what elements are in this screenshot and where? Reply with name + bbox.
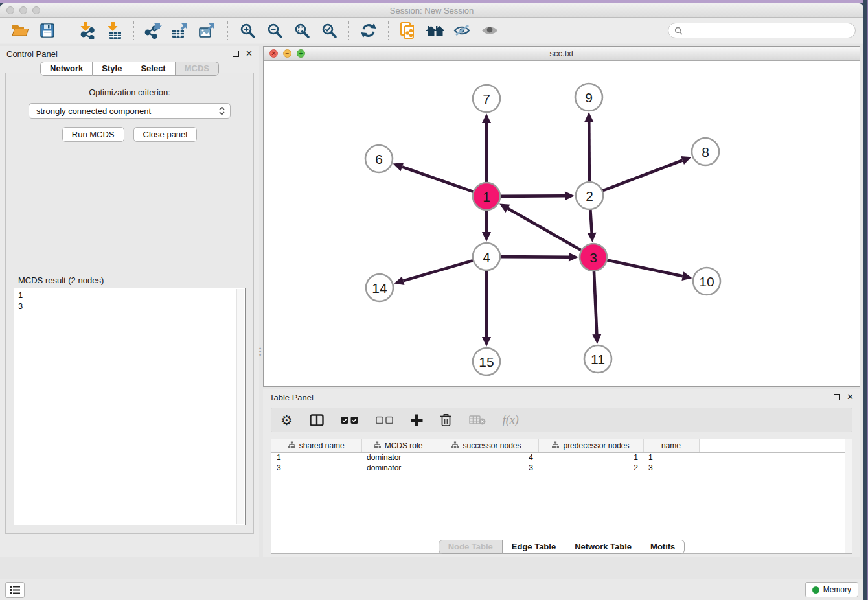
control-panel-float-icon[interactable] [233, 51, 239, 57]
close-window-icon[interactable] [6, 6, 14, 14]
deselect-all-columns-icon[interactable] [376, 416, 394, 424]
graph-edge-2-3[interactable] [590, 209, 591, 233]
criterion-dropdown[interactable]: strongly connected component [29, 103, 231, 119]
tab-motifs[interactable]: Motifs [641, 540, 685, 554]
network-close-icon[interactable]: ✕ [269, 49, 278, 58]
table-cell[interactable]: 3 [643, 463, 699, 473]
graph-edge-3-10[interactable] [607, 260, 683, 276]
table-row[interactable]: 3dominator323 [271, 463, 852, 473]
graph-node-7[interactable]: 7 [473, 85, 500, 112]
tab-edge-table[interactable]: Edge Table [503, 540, 565, 554]
graph-edge-3-1[interactable] [508, 209, 582, 251]
graph-node-15[interactable]: 15 [473, 348, 500, 375]
network-minimize-icon[interactable]: − [283, 49, 291, 58]
export-image-icon[interactable] [194, 20, 222, 41]
import-table-icon[interactable] [100, 20, 128, 41]
hide-selected-icon[interactable] [449, 20, 476, 41]
table-cell[interactable]: dominator [361, 463, 435, 473]
optimization-criterion-label: Optimization criterion: [6, 87, 253, 97]
first-neighbors-icon[interactable] [422, 20, 449, 41]
split-columns-icon[interactable] [310, 414, 324, 426]
graph-edge-4-3[interactable] [500, 257, 569, 257]
graph-edge-4-14[interactable] [403, 260, 473, 281]
graph-node-4[interactable]: 4 [473, 243, 500, 270]
table-row[interactable]: 1dominator411 [271, 452, 852, 463]
graph-edge-arrowhead-2-3 [588, 233, 597, 242]
mcds-result-scrollbar[interactable] [236, 289, 244, 524]
desktop-wallpaper-right [863, 0, 868, 600]
run-mcds-button[interactable]: Run MCDS [62, 127, 124, 142]
column-header-name[interactable]: name [643, 439, 699, 452]
zoom-window-icon[interactable] [32, 6, 40, 14]
table-cell[interactable]: 1 [538, 452, 643, 463]
graph-edge-1-6[interactable] [402, 167, 474, 192]
table-cell[interactable]: dominator [361, 452, 435, 463]
add-column-icon[interactable] [411, 414, 423, 426]
graph-node-9[interactable]: 9 [575, 84, 602, 111]
tab-select[interactable]: Select [131, 62, 175, 76]
tab-style[interactable]: Style [93, 62, 131, 76]
memory-status-dot-icon [812, 586, 819, 594]
delete-column-icon[interactable] [440, 413, 452, 427]
tab-mcds[interactable]: MCDS [176, 62, 219, 76]
column-header-mcds-role[interactable]: MCDS role [361, 439, 435, 452]
table-cell[interactable]: 1 [271, 452, 361, 463]
column-header-successor-nodes[interactable]: successor nodes [435, 439, 538, 452]
save-session-icon[interactable] [34, 20, 61, 41]
graph-node-11[interactable]: 11 [584, 345, 611, 373]
import-network-icon[interactable] [73, 20, 100, 41]
graph-node-1[interactable]: 1 [473, 183, 500, 210]
tab-network-table[interactable]: Network Table [565, 540, 641, 554]
session-title: Session: New Session [0, 6, 863, 16]
tab-network[interactable]: Network [40, 62, 93, 76]
vertical-splitter-handle[interactable]: ••• [259, 347, 262, 362]
table-settings-gear-icon[interactable]: ⚙ [280, 413, 293, 427]
table-scrollbar[interactable] [845, 439, 852, 553]
table-cell[interactable]: 2 [538, 463, 643, 473]
svg-text:15: 15 [479, 354, 494, 369]
table-panel-close-icon[interactable]: ✕ [847, 394, 854, 400]
mcds-result-text[interactable]: 1 3 [15, 289, 236, 524]
table-cell[interactable]: 4 [435, 452, 538, 463]
graph-node-8[interactable]: 8 [692, 138, 719, 165]
graph-edge-1-2[interactable] [500, 196, 565, 196]
graph-node-6[interactable]: 6 [365, 145, 393, 172]
graph-edge-3-11[interactable] [594, 271, 597, 334]
table-cell[interactable]: 1 [643, 452, 699, 463]
column-header-shared-name[interactable]: shared name [271, 439, 361, 452]
table-cell[interactable]: 3 [435, 463, 538, 473]
show-all-icon[interactable] [476, 20, 503, 41]
task-history-button[interactable] [5, 582, 25, 598]
memory-button[interactable]: Memory [805, 582, 858, 597]
search-input[interactable] [687, 26, 849, 36]
zoom-fit-icon[interactable] [288, 20, 315, 41]
zoom-in-icon[interactable] [234, 20, 261, 41]
main-titlebar[interactable]: Session: New Session [0, 3, 863, 18]
graph-node-10[interactable]: 10 [693, 268, 720, 295]
network-canvas[interactable]: 7968124314101511 [264, 61, 860, 386]
tab-node-table[interactable]: Node Table [439, 540, 503, 554]
open-session-icon[interactable] [6, 20, 34, 41]
svg-text:7: 7 [483, 91, 490, 106]
select-all-columns-icon[interactable] [341, 416, 359, 424]
graph-node-2[interactable]: 2 [576, 182, 603, 209]
refresh-layout-icon[interactable] [355, 20, 382, 41]
graph-node-3[interactable]: 3 [580, 244, 607, 271]
control-panel-close-icon[interactable]: ✕ [246, 51, 253, 57]
network-maximize-icon[interactable]: + [297, 49, 305, 58]
minimize-window-icon[interactable] [19, 6, 27, 14]
graph-edge-2-8[interactable] [602, 160, 683, 190]
new-network-from-selection-icon[interactable] [394, 20, 422, 41]
network-window-titlebar[interactable]: ✕ − + scc.txt [264, 47, 860, 61]
graph-edge-2-9[interactable] [589, 122, 589, 182]
mcds-result-box: 1 3 [14, 288, 246, 525]
zoom-selected-icon[interactable] [315, 20, 343, 41]
export-network-icon[interactable] [140, 20, 167, 41]
graph-node-14[interactable]: 14 [366, 274, 393, 301]
export-table-icon[interactable] [167, 20, 194, 41]
close-panel-button[interactable]: Close panel [133, 127, 198, 142]
zoom-out-icon[interactable] [261, 20, 288, 41]
column-header-predecessor-nodes[interactable]: predecessor nodes [538, 439, 643, 452]
table-cell[interactable]: 3 [271, 463, 361, 473]
table-panel-float-icon[interactable] [834, 394, 840, 400]
